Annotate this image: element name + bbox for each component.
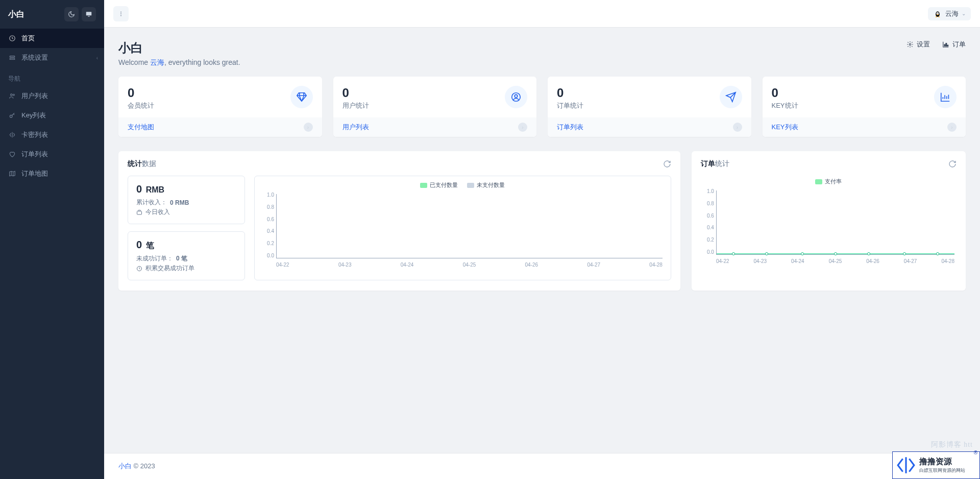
arrow-right-icon[interactable]: › (947, 123, 957, 132)
refresh-icon (948, 160, 957, 168)
user-name: 云海 (945, 9, 959, 18)
svg-point-6 (120, 11, 121, 12)
refresh-button[interactable] (663, 160, 671, 168)
svg-point-11 (937, 12, 937, 13)
qq-penguin-icon (933, 9, 942, 18)
svg-point-3 (11, 94, 13, 96)
send-icon (720, 86, 742, 108)
chart-legend: 支付率 (701, 178, 957, 185)
stat-link[interactable]: 用户列表 (342, 123, 369, 132)
stat-value: 0 (342, 86, 369, 100)
stat-value: 0 (557, 86, 583, 100)
arrow-right-icon[interactable]: › (518, 123, 527, 132)
dashboard-icon (8, 34, 16, 42)
map-icon (8, 170, 16, 178)
sidebar-header-icons (64, 7, 96, 21)
nav-section-title: 导航 (0, 67, 104, 86)
svg-point-8 (120, 15, 121, 16)
chart-legend: 已支付数量 未支付数量 (261, 181, 665, 189)
brand[interactable]: 小白 (8, 9, 24, 20)
legend-item[interactable]: 未支付数量 (467, 181, 505, 189)
x-axis: 04-2204-2304-2404-2504-2604-2704-28 (276, 262, 663, 268)
arrow-right-icon[interactable]: › (733, 123, 742, 132)
panels-row: 统计数据 0 RMB 累计收入：0 RMB 今日收入 (118, 151, 966, 291)
stat-label: KEY统计 (772, 101, 798, 110)
user-menu[interactable]: 云海 ⌄ (928, 7, 971, 20)
sidebar-item-keys[interactable]: Key列表 (0, 106, 104, 125)
watermark: 阿影博客 htt (931, 440, 973, 449)
arrow-right-icon[interactable]: › (304, 123, 313, 132)
card-icon (8, 131, 16, 139)
plot (276, 194, 663, 258)
orders-link[interactable]: 订单 (942, 40, 966, 49)
badge-logo-icon (896, 455, 916, 475)
svg-rect-0 (86, 12, 92, 15)
stat-link[interactable]: 订单列表 (557, 123, 583, 132)
footer-copyright: © 2023 (132, 462, 155, 470)
sidebar-item-orders[interactable]: 订单列表 (0, 145, 104, 164)
svg-point-12 (938, 12, 939, 13)
panel-order-stats: 订单统计 支付率 1.00.80.60.40.20.0 (692, 151, 966, 291)
svg-point-14 (938, 16, 940, 17)
chart-icon (934, 86, 957, 108)
sidebar-item-label: Key列表 (21, 111, 46, 120)
monitor-button[interactable] (82, 7, 96, 21)
chart-area: 1.00.80.60.40.20.0 04-2204-2304-2404-250… (261, 192, 665, 268)
sidebar-item-label: 用户列表 (21, 91, 48, 101)
sidebar-item-order-map[interactable]: 订单地图 (0, 164, 104, 183)
stat-label: 会员统计 (128, 101, 154, 110)
head-links: 设置 订单 (906, 40, 966, 49)
settings-icon (8, 54, 16, 62)
panel-title: 统计数据 (128, 159, 156, 169)
stat-label: 订单统计 (557, 101, 583, 110)
footer-brand-link[interactable]: 小白 (118, 462, 132, 470)
dots-vertical-icon (117, 10, 125, 17)
stat-card-orders: 0 订单统计 订单列表› (548, 77, 751, 137)
svg-point-13 (936, 16, 937, 17)
stat-card-keys: 0 KEY统计 KEY列表› (763, 77, 966, 137)
sidebar-item-settings[interactable]: 系统设置 ‹ (0, 48, 104, 67)
dark-mode-toggle[interactable] (64, 7, 79, 21)
svg-rect-21 (137, 211, 142, 214)
site-badge[interactable]: ® 撸撸资源 白嫖互联网资源的网站 (892, 451, 980, 479)
sidebar-item-home[interactable]: 首页 (0, 29, 104, 48)
content: 小白 Welcome 云海, everything looks great. 设… (104, 28, 980, 453)
wallet-icon (136, 209, 142, 215)
footer: 小白 © 2023 (104, 453, 980, 479)
y-axis: 1.00.80.60.40.20.0 (261, 192, 274, 258)
chart-payments: 已支付数量 未支付数量 1.00.80.60.40.20.0 04-2204-2… (254, 176, 671, 280)
legend-item[interactable]: 已支付数量 (420, 181, 458, 189)
stat-link[interactable]: 支付地图 (128, 123, 154, 132)
welcome-prefix: Welcome (118, 58, 150, 66)
clock-icon (136, 266, 142, 272)
svg-point-15 (909, 43, 911, 45)
data-line (717, 253, 954, 254)
panel-title: 订单统计 (701, 159, 729, 169)
svg-point-7 (120, 13, 121, 14)
sidebar-item-label: 卡密列表 (21, 130, 48, 139)
diamond-icon (290, 86, 313, 108)
page-head: 小白 Welcome 云海, everything looks great. 设… (118, 40, 966, 67)
sidebar-item-label: 系统设置 (21, 53, 48, 62)
stat-link[interactable]: KEY列表 (772, 123, 798, 132)
link-label: 订单 (952, 40, 966, 49)
welcome-user-link[interactable]: 云海 (150, 58, 164, 66)
more-button[interactable] (113, 6, 129, 21)
sidebar-item-label: 订单地图 (21, 169, 48, 178)
legend-item[interactable]: 支付率 (815, 178, 842, 185)
refresh-button[interactable] (948, 160, 957, 168)
stat-card-members: 0 会员统计 支付地图› (118, 77, 322, 137)
sidebar-item-users[interactable]: 用户列表 (0, 86, 104, 106)
svg-rect-17 (946, 43, 947, 46)
user-icon (505, 86, 527, 108)
x-axis: 04-2204-2304-2404-2504-2604-2704-28 (716, 258, 954, 264)
y-axis: 1.00.80.60.40.20.0 (701, 188, 714, 255)
welcome-suffix: , everything looks great. (164, 58, 240, 66)
svg-rect-16 (944, 44, 945, 46)
stat-label: 用户统计 (342, 101, 369, 110)
mini-card-orders: 0 笔 未成功订单：0 笔 积累交易成功订单 (128, 231, 245, 280)
chart-payrate: 支付率 1.00.80.60.40.20.0 04-2204-2304-24 (701, 176, 957, 264)
sidebar-item-cards[interactable]: 卡密列表 (0, 125, 104, 145)
page-subtitle: Welcome 云海, everything looks great. (118, 58, 240, 67)
settings-link[interactable]: 设置 (906, 40, 930, 49)
